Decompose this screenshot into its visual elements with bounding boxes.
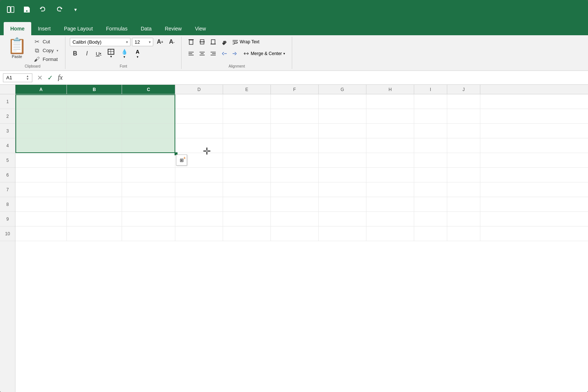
cell-B1[interactable] bbox=[67, 94, 122, 109]
col-header-H[interactable]: H bbox=[366, 85, 414, 94]
align-top-btn[interactable] bbox=[186, 37, 196, 47]
indent-decrease-btn[interactable] bbox=[219, 48, 229, 59]
cell-F6[interactable] bbox=[271, 168, 319, 182]
wrap-text-button[interactable]: Wrap Text bbox=[230, 38, 262, 46]
cell-G1[interactable] bbox=[319, 94, 366, 109]
cell-D1[interactable] bbox=[175, 94, 223, 109]
cell-D9[interactable] bbox=[175, 212, 223, 226]
cell-I4[interactable] bbox=[414, 138, 447, 153]
cell-H5[interactable] bbox=[366, 153, 414, 167]
cell-D6[interactable] bbox=[175, 168, 223, 182]
cell-I7[interactable] bbox=[414, 182, 447, 197]
font-increase-btn[interactable]: A+ bbox=[155, 37, 165, 47]
cell-E3[interactable] bbox=[223, 124, 271, 138]
cell-J3[interactable] bbox=[447, 124, 480, 138]
cell-F10[interactable] bbox=[271, 226, 319, 241]
tab-page-layout[interactable]: Page Layout bbox=[57, 22, 100, 35]
cell-B8[interactable] bbox=[67, 197, 122, 211]
cell-F8[interactable] bbox=[271, 197, 319, 211]
cell-B2[interactable] bbox=[67, 109, 122, 123]
cell-F3[interactable] bbox=[271, 124, 319, 138]
cell-H9[interactable] bbox=[366, 212, 414, 226]
cell-B3[interactable] bbox=[67, 124, 122, 138]
cell-I10[interactable] bbox=[414, 226, 447, 241]
cell-I8[interactable] bbox=[414, 197, 447, 211]
cell-B5[interactable] bbox=[67, 153, 122, 167]
cell-A3[interactable] bbox=[15, 124, 67, 138]
row-6[interactable]: 6 bbox=[0, 168, 15, 182]
cell-G8[interactable] bbox=[319, 197, 366, 211]
cell-B6[interactable] bbox=[67, 168, 122, 182]
cell-A6[interactable] bbox=[15, 168, 67, 182]
cell-C7[interactable] bbox=[122, 182, 175, 197]
cell-H8[interactable] bbox=[366, 197, 414, 211]
confirm-formula-btn[interactable]: ✓ bbox=[46, 73, 54, 82]
cell-J8[interactable] bbox=[447, 197, 480, 211]
cell-D3[interactable] bbox=[175, 124, 223, 138]
cell-C4[interactable] bbox=[122, 138, 175, 153]
cell-H1[interactable] bbox=[366, 94, 414, 109]
cell-H10[interactable] bbox=[366, 226, 414, 241]
cell-B4[interactable] bbox=[67, 138, 122, 153]
cell-A1[interactable] bbox=[15, 94, 67, 109]
cell-H6[interactable] bbox=[366, 168, 414, 182]
cell-J10[interactable] bbox=[447, 226, 480, 241]
cell-A10[interactable] bbox=[15, 226, 67, 241]
cell-C5[interactable] bbox=[122, 153, 175, 167]
font-size-selector[interactable]: 12 ▾ bbox=[132, 38, 153, 46]
cell-A4[interactable] bbox=[15, 138, 67, 153]
cell-D8[interactable] bbox=[175, 197, 223, 211]
customize-btn[interactable]: ▾ bbox=[69, 3, 82, 16]
cell-G10[interactable] bbox=[319, 226, 366, 241]
cell-G7[interactable] bbox=[319, 182, 366, 197]
col-header-F[interactable]: F bbox=[271, 85, 319, 94]
cell-E8[interactable] bbox=[223, 197, 271, 211]
cell-C8[interactable] bbox=[122, 197, 175, 211]
cell-G9[interactable] bbox=[319, 212, 366, 226]
align-left-btn[interactable] bbox=[186, 48, 196, 59]
cancel-formula-btn[interactable]: ✕ bbox=[35, 73, 44, 82]
col-header-G[interactable]: G bbox=[319, 85, 366, 94]
cell-A9[interactable] bbox=[15, 212, 67, 226]
undo-btn[interactable] bbox=[37, 3, 49, 16]
cell-J7[interactable] bbox=[447, 182, 480, 197]
redo-btn[interactable] bbox=[53, 3, 65, 16]
sidebar-toggle-btn[interactable] bbox=[4, 3, 17, 16]
cell-J4[interactable] bbox=[447, 138, 480, 153]
row-9[interactable]: 9 bbox=[0, 212, 15, 226]
cut-button[interactable]: ✂ Cut bbox=[31, 37, 61, 46]
cell-A5[interactable] bbox=[15, 153, 67, 167]
cell-F9[interactable] bbox=[271, 212, 319, 226]
font-name-selector[interactable]: Calibri (Body) ▾ bbox=[70, 38, 130, 46]
col-header-J[interactable]: J bbox=[447, 85, 480, 94]
align-center-btn[interactable] bbox=[197, 48, 207, 59]
align-middle-btn[interactable] bbox=[197, 37, 207, 47]
cell-G2[interactable] bbox=[319, 109, 366, 123]
col-header-E[interactable]: E bbox=[223, 85, 271, 94]
row-10[interactable]: 10 bbox=[0, 226, 15, 241]
row-2[interactable]: 2 bbox=[0, 109, 15, 124]
save-btn[interactable] bbox=[21, 3, 33, 16]
cell-A7[interactable] bbox=[15, 182, 67, 197]
cell-C1[interactable] bbox=[122, 94, 175, 109]
indent-increase-btn[interactable] bbox=[230, 48, 240, 59]
col-header-B[interactable]: B bbox=[67, 85, 122, 94]
cell-B7[interactable] bbox=[67, 182, 122, 197]
font-decrease-btn[interactable]: A- bbox=[166, 37, 177, 47]
cell-G6[interactable] bbox=[319, 168, 366, 182]
cell-J6[interactable] bbox=[447, 168, 480, 182]
cell-F2[interactable] bbox=[271, 109, 319, 123]
cell-reference-box[interactable]: A1 ▲ ▼ bbox=[3, 73, 32, 82]
cell-A2[interactable] bbox=[15, 109, 67, 123]
underline-button[interactable]: U ▾ bbox=[93, 48, 104, 59]
cell-I5[interactable] bbox=[414, 153, 447, 167]
cell-I3[interactable] bbox=[414, 124, 447, 138]
cell-E4[interactable] bbox=[223, 138, 271, 153]
cell-D7[interactable] bbox=[175, 182, 223, 197]
cell-H4[interactable] bbox=[366, 138, 414, 153]
row-3[interactable]: 3 bbox=[0, 124, 15, 138]
cell-E10[interactable] bbox=[223, 226, 271, 241]
cell-B9[interactable] bbox=[67, 212, 122, 226]
merge-center-button[interactable]: Merge & Center ▾ bbox=[241, 50, 287, 58]
tab-view[interactable]: View bbox=[188, 22, 212, 35]
